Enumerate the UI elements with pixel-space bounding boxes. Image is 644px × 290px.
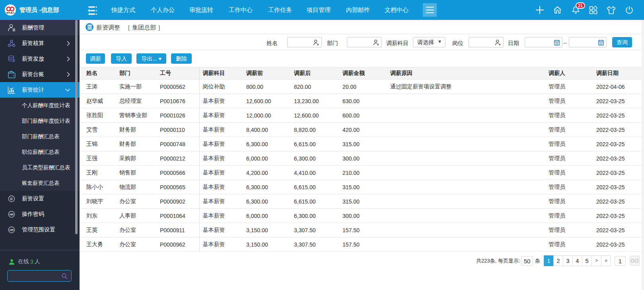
svg-text:HR: HR bbox=[10, 213, 14, 216]
svg-text:HR: HR bbox=[10, 228, 14, 231]
svg-text:华天动力: 华天动力 bbox=[6, 12, 15, 14]
svg-text:薪: 薪 bbox=[10, 197, 13, 201]
